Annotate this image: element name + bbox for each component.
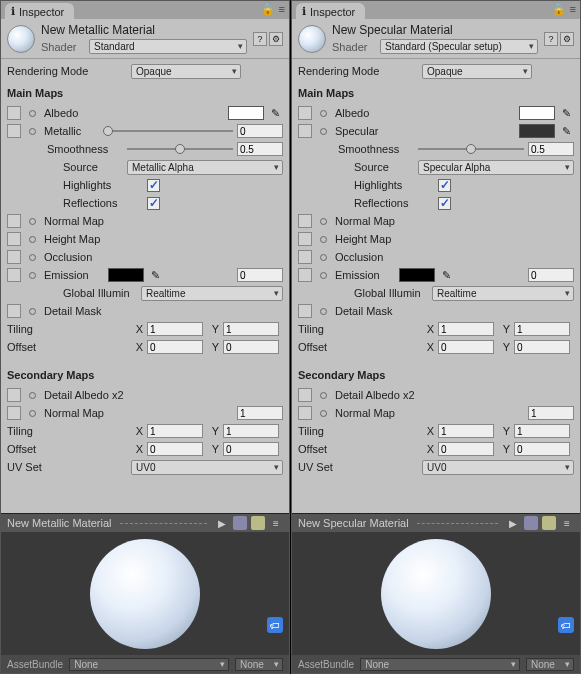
sphere-shape-icon[interactable] [524,516,538,530]
metallic-picker-icon[interactable] [29,128,36,135]
eyedropper-icon[interactable]: ✎ [271,107,283,119]
context-menu-icon[interactable]: ≡ [570,3,576,16]
metallic-value-field[interactable] [237,124,283,138]
emission-picker-icon[interactable] [29,272,36,279]
metallic-slider[interactable] [108,124,233,138]
reflections-checkbox[interactable] [147,197,160,210]
height-picker-icon[interactable] [29,236,36,243]
assetbundle-variant-dropdown[interactable]: None [526,658,574,671]
highlights-checkbox[interactable] [438,179,451,192]
offset-y-field[interactable] [514,340,570,354]
sec-offset-y-field[interactable] [514,442,570,456]
emission-color-swatch[interactable] [399,268,435,282]
specular-color-swatch[interactable] [519,124,555,138]
play-icon[interactable]: ▶ [506,516,520,530]
help-button[interactable]: ? [544,32,558,46]
normal-picker-icon[interactable] [320,218,327,225]
shader-dropdown[interactable]: Standard [89,39,247,54]
sec-offset-y-field[interactable] [223,442,279,456]
occlusion-picker-icon[interactable] [29,254,36,261]
inspector-tab[interactable]: ℹ Inspector [296,3,365,19]
emission-value-field[interactable] [528,268,574,282]
specular-texture-slot[interactable] [298,124,312,138]
play-icon[interactable]: ▶ [215,516,229,530]
preview-viewport[interactable]: 🏷 [292,532,580,655]
preview-menu-icon[interactable]: ≡ [269,516,283,530]
occlusion-texture-slot[interactable] [7,250,21,264]
preview-drag-handle[interactable] [417,523,498,524]
normal-texture-slot[interactable] [7,214,21,228]
albedo-texture-slot[interactable] [7,106,21,120]
detail-albedo-texture-slot[interactable] [298,388,312,402]
tag-icon[interactable]: 🏷 [267,617,283,633]
height-texture-slot[interactable] [7,232,21,246]
normal-picker-icon[interactable] [29,218,36,225]
lock-icon[interactable]: 🔒 [261,3,275,16]
preview-drag-handle[interactable] [120,523,207,524]
reflections-checkbox[interactable] [438,197,451,210]
albedo-color-swatch[interactable] [519,106,555,120]
albedo-picker-icon[interactable] [29,110,36,117]
specular-picker-icon[interactable] [320,128,327,135]
height-picker-icon[interactable] [320,236,327,243]
tiling-x-field[interactable] [147,322,203,336]
uvset-dropdown[interactable]: UV0 [131,460,283,475]
material-name[interactable]: New Specular Material [332,23,538,37]
detailmask-texture-slot[interactable] [298,304,312,318]
offset-x-field[interactable] [438,340,494,354]
eyedropper-icon[interactable]: ✎ [151,269,163,281]
detailmask-texture-slot[interactable] [7,304,21,318]
shader-dropdown[interactable]: Standard (Specular setup) [380,39,538,54]
help-button[interactable]: ? [253,32,267,46]
gi-dropdown[interactable]: Realtime [432,286,574,301]
sec-tiling-y-field[interactable] [514,424,570,438]
rendering-mode-dropdown[interactable]: Opaque [131,64,241,79]
inspector-tab[interactable]: ℹ Inspector [5,3,74,19]
light-icon[interactable] [542,516,556,530]
detail-albedo-picker-icon[interactable] [29,392,36,399]
assetbundle-dropdown[interactable]: None [360,658,520,671]
sphere-shape-icon[interactable] [233,516,247,530]
albedo-texture-slot[interactable] [298,106,312,120]
uvset-dropdown[interactable]: UV0 [422,460,574,475]
sec-tiling-y-field[interactable] [223,424,279,438]
context-menu-icon[interactable]: ≡ [279,3,285,16]
gi-dropdown[interactable]: Realtime [141,286,283,301]
sec-offset-x-field[interactable] [438,442,494,456]
source-dropdown[interactable]: Specular Alpha [418,160,574,175]
highlights-checkbox[interactable] [147,179,160,192]
eyedropper-icon[interactable]: ✎ [442,269,454,281]
tiling-x-field[interactable] [438,322,494,336]
eyedropper-icon[interactable]: ✎ [562,125,574,137]
material-name[interactable]: New Metallic Material [41,23,247,37]
assetbundle-variant-dropdown[interactable]: None [235,658,283,671]
tag-icon[interactable]: 🏷 [558,617,574,633]
offset-y-field[interactable] [223,340,279,354]
height-texture-slot[interactable] [298,232,312,246]
sec-offset-x-field[interactable] [147,442,203,456]
sec-normal-picker-icon[interactable] [29,410,36,417]
sec-normal-value-field[interactable] [237,406,283,420]
light-icon[interactable] [251,516,265,530]
occlusion-picker-icon[interactable] [320,254,327,261]
sec-normal-texture-slot[interactable] [7,406,21,420]
offset-x-field[interactable] [147,340,203,354]
assetbundle-dropdown[interactable]: None [69,658,229,671]
rendering-mode-dropdown[interactable]: Opaque [422,64,532,79]
sec-normal-picker-icon[interactable] [320,410,327,417]
detailmask-picker-icon[interactable] [29,308,36,315]
metallic-texture-slot[interactable] [7,124,21,138]
emission-value-field[interactable] [237,268,283,282]
smoothness-value-field[interactable] [528,142,574,156]
emission-color-swatch[interactable] [108,268,144,282]
settings-gear-icon[interactable]: ⚙ [560,32,574,46]
tiling-y-field[interactable] [223,322,279,336]
emission-picker-icon[interactable] [320,272,327,279]
settings-gear-icon[interactable]: ⚙ [269,32,283,46]
sec-tiling-x-field[interactable] [438,424,494,438]
source-dropdown[interactable]: Metallic Alpha [127,160,283,175]
preview-menu-icon[interactable]: ≡ [560,516,574,530]
sec-normal-texture-slot[interactable] [298,406,312,420]
smoothness-slider[interactable] [127,142,233,156]
smoothness-value-field[interactable] [237,142,283,156]
